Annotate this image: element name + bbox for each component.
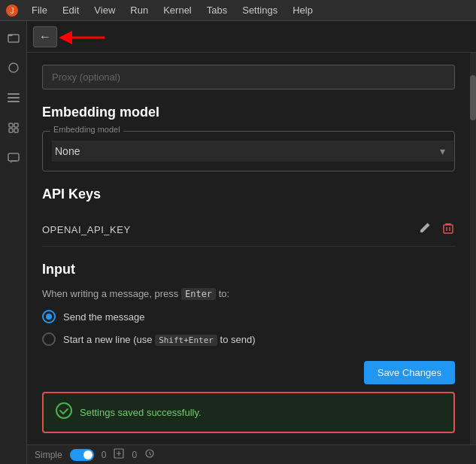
success-notification: Settings saved successfully. (42, 392, 455, 433)
success-text: Settings saved successfully. (80, 407, 202, 418)
svg-rect-9 (9, 129, 13, 132)
api-key-actions (417, 220, 455, 238)
settings-panel: Embedding model Embedding model None ▾ A… (27, 53, 470, 444)
svg-rect-4 (8, 93, 20, 95)
statusbar-icon1 (114, 448, 124, 461)
menu-tabs[interactable]: Tabs (204, 3, 230, 17)
sidebar-icon-chat[interactable] (3, 147, 24, 168)
statusbar-icon2 (144, 448, 155, 461)
svg-rect-15 (445, 223, 451, 225)
edit-api-key-button[interactable] (417, 220, 432, 238)
api-key-name: OPENAI_API_KEY (42, 224, 131, 235)
scrollbar-thumb[interactable] (470, 75, 476, 120)
save-changes-button[interactable]: Save Changes (364, 361, 455, 384)
svg-rect-11 (8, 153, 19, 161)
menu-file[interactable]: File (29, 3, 50, 17)
embedding-section-title: Embedding model (42, 105, 455, 120)
embedding-select[interactable]: None (52, 141, 453, 162)
icon-sidebar (0, 21, 27, 464)
embedding-fieldset: Embedding model None ▾ (42, 131, 455, 171)
menu-kernel[interactable]: Kernel (160, 3, 195, 17)
toggle-thumb (83, 450, 92, 459)
svg-rect-8 (14, 123, 18, 127)
delete-api-key-button[interactable] (441, 220, 455, 238)
sidebar-icon-list[interactable] (3, 87, 24, 108)
api-keys-section-title: API Keys (42, 187, 455, 202)
menu-edit[interactable]: Edit (59, 3, 82, 17)
right-scrollbar[interactable] (470, 53, 476, 444)
statusbar-count2: 0 (132, 450, 137, 460)
menu-settings[interactable]: Settings (239, 3, 280, 17)
radio-send-outer (42, 310, 56, 323)
input-section-title: Input (42, 262, 455, 277)
app-logo: J (5, 3, 20, 18)
statusbar: Simple 0 0 (27, 444, 476, 464)
svg-rect-6 (8, 101, 20, 102)
menubar: J File Edit View Run Kernel Tabs Setting… (0, 0, 476, 21)
embedding-select-row: None ▾ (52, 141, 445, 162)
svg-rect-7 (9, 123, 13, 127)
radio-newline-label: Start a new line (use Shift+Enter to sen… (63, 334, 256, 345)
back-arrow-icon: ← (39, 30, 51, 44)
svg-point-16 (56, 403, 71, 418)
menu-run[interactable]: Run (127, 3, 151, 17)
radio-newline-outer (42, 332, 56, 346)
api-key-row: OPENAI_API_KEY (42, 213, 455, 247)
simple-toggle[interactable] (70, 449, 94, 461)
radio-newline[interactable]: Start a new line (use Shift+Enter to sen… (42, 332, 455, 346)
save-row: Save Changes (42, 361, 455, 384)
sidebar-icon-puzzle[interactable] (3, 117, 24, 138)
statusbar-count1: 0 (102, 450, 107, 460)
svg-text:J: J (11, 7, 14, 15)
success-icon (56, 402, 72, 423)
toolbar-row: ← (27, 21, 476, 53)
svg-rect-14 (444, 225, 453, 233)
menu-help[interactable]: Help (290, 3, 316, 17)
content-area: ← Embedding model (27, 21, 476, 464)
radio-send-inner (46, 314, 52, 320)
app-body: ← Embedding model (0, 21, 476, 464)
radio-send-label: Send the message (63, 311, 144, 323)
proxy-input[interactable] (42, 65, 455, 89)
sidebar-icon-folder[interactable] (3, 27, 24, 48)
menu-view[interactable]: View (91, 3, 118, 17)
statusbar-mode: Simple (35, 450, 62, 460)
back-button[interactable]: ← (33, 26, 57, 47)
svg-point-3 (9, 63, 18, 72)
sidebar-icon-circle[interactable] (3, 57, 24, 78)
radio-group: Send the message Start a new line (use S… (42, 310, 455, 346)
svg-rect-10 (14, 129, 18, 132)
input-description: When writing a message, press Enter to: (42, 288, 455, 299)
radio-send-message[interactable]: Send the message (42, 310, 455, 323)
svg-rect-5 (8, 97, 20, 99)
embedding-legend: Embedding model (50, 125, 123, 134)
